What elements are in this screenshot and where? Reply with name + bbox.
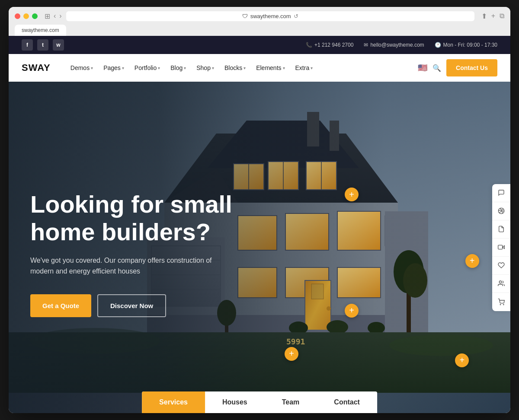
video-icon-btn[interactable] (492, 239, 510, 257)
browser-chrome: ⊞ ‹ › 🛡 swaytheme.com ↺ ⬆ + ⧉ swaytheme.… (9, 7, 510, 36)
chevron-down-icon: ▾ (311, 66, 313, 70)
chevron-down-icon: ▾ (91, 66, 93, 70)
nav-portfolio[interactable]: Portfolio ▾ (130, 61, 164, 75)
nav-blocks[interactable]: Blocks ▾ (220, 61, 250, 75)
twitter-icon[interactable]: t (37, 39, 48, 51)
search-icon[interactable]: 🔍 (432, 64, 441, 72)
contact-button[interactable]: Contact Us (446, 59, 497, 76)
hero-title: Looking for small home builders? (30, 191, 264, 246)
address-bar[interactable]: 🛡 swaytheme.com ↺ (66, 11, 474, 21)
close-button[interactable] (15, 13, 20, 19)
nav-pages[interactable]: Pages ▾ (99, 61, 128, 75)
forward-icon[interactable]: › (59, 12, 61, 20)
svg-point-53 (503, 304, 504, 305)
reload-icon[interactable]: ↺ (294, 13, 298, 19)
new-tab-icon[interactable]: + (491, 12, 495, 20)
nav-elements[interactable]: Elements ▾ (252, 61, 289, 75)
browser-toolbar-icons: ⬆ + ⧉ (481, 12, 504, 20)
browser-tabs: swaytheme.com (15, 25, 504, 36)
browser-window: ⊞ ‹ › 🛡 swaytheme.com ↺ ⬆ + ⧉ swaytheme.… (9, 7, 510, 413)
chevron-down-icon: ▾ (212, 66, 214, 70)
hotspot-marker-4[interactable]: + (285, 347, 298, 361)
dribbble-icon-btn[interactable] (492, 202, 510, 220)
discover-now-button[interactable]: Discover Now (97, 294, 166, 317)
get-quote-button[interactable]: Get a Quote (30, 294, 91, 317)
chevron-down-icon: ▾ (283, 66, 285, 70)
hero-subtitle: We've got you covered. Our company offer… (30, 255, 221, 277)
hero-section: 5991 Looking for small home builders? We… (9, 82, 510, 413)
browser-nav-icons: ⊞ ‹ › (45, 12, 62, 20)
nav-links: Demos ▾ Pages ▾ Portfolio ▾ Blog ▾ Shop (66, 61, 418, 75)
social-links: f t w (22, 39, 64, 51)
phone-info: 📞 +1 212 946 2700 (306, 42, 353, 48)
nav-shop[interactable]: Shop ▾ (192, 61, 218, 75)
users-icon-btn[interactable] (492, 275, 510, 293)
email-icon: ✉ (364, 42, 368, 48)
svg-rect-50 (498, 245, 503, 249)
url-text: swaytheme.com (250, 13, 291, 19)
shield-icon: 🛡 (242, 13, 248, 19)
svg-point-51 (499, 281, 501, 283)
whatsapp-icon[interactable]: w (53, 39, 64, 51)
tab-contact[interactable]: Contact (317, 391, 377, 413)
site-content: f t w 📞 +1 212 946 2700 ✉ hello@swaythem… (9, 36, 510, 413)
active-tab[interactable]: swaytheme.com (15, 25, 66, 36)
chevron-down-icon: ▾ (184, 66, 186, 70)
traffic-lights (15, 13, 38, 19)
nav-blog[interactable]: Blog ▾ (166, 61, 190, 75)
facebook-icon[interactable]: f (22, 39, 33, 51)
share-icon[interactable]: ⬆ (481, 12, 487, 20)
svg-point-52 (500, 304, 500, 305)
nav-extra[interactable]: Extra ▾ (291, 61, 317, 75)
hero-content: Looking for small home builders? We've g… (9, 82, 510, 413)
hours-info: 🕐 Mon - Fri: 09:00 - 17:30 (435, 42, 497, 48)
sidebar-toggle-icon[interactable]: ⊞ (45, 12, 50, 20)
heart-icon-btn[interactable] (492, 257, 510, 275)
site-logo[interactable]: SWAY (22, 62, 51, 73)
hotspot-marker-2[interactable]: + (465, 254, 479, 268)
navbar: SWAY Demos ▾ Pages ▾ Portfolio ▾ Blog ▾ (9, 54, 510, 82)
language-flag[interactable]: 🇺🇸 (418, 63, 427, 73)
email-address: hello@swaytheme.com (370, 42, 424, 48)
chevron-down-icon: ▾ (122, 66, 124, 70)
tab-team[interactable]: Team (265, 391, 317, 413)
tab-houses[interactable]: Houses (205, 391, 265, 413)
document-icon-btn[interactable] (492, 220, 510, 239)
clock-icon: 🕐 (435, 42, 441, 48)
phone-icon: 📞 (306, 42, 312, 48)
browser-titlebar: ⊞ ‹ › 🛡 swaytheme.com ↺ ⬆ + ⧉ (15, 11, 504, 21)
phone-number: +1 212 946 2700 (314, 42, 353, 48)
cart-icon-btn[interactable] (492, 293, 510, 311)
nav-right: 🇺🇸 🔍 Contact Us (418, 59, 497, 76)
maximize-button[interactable] (32, 13, 38, 19)
hours-text: Mon - Fri: 09:00 - 17:30 (443, 42, 497, 48)
back-icon[interactable]: ‹ (54, 12, 56, 20)
svg-marker-49 (503, 246, 505, 249)
tabs-icon[interactable]: ⧉ (500, 12, 504, 20)
tab-services[interactable]: Services (142, 391, 205, 413)
hotspot-marker-3[interactable]: + (345, 304, 359, 318)
email-info: ✉ hello@swaytheme.com (364, 42, 424, 48)
minimize-button[interactable] (23, 13, 29, 19)
chevron-down-icon: ▾ (243, 66, 246, 70)
nav-demos[interactable]: Demos ▾ (66, 61, 97, 75)
chat-icon-btn[interactable] (492, 184, 510, 202)
top-bar: f t w 📞 +1 212 946 2700 ✉ hello@swaythem… (9, 36, 510, 54)
sidebar-tools (492, 184, 510, 311)
hero-buttons: Get a Quote Discover Now (30, 294, 489, 317)
section-tabs: Services Houses Team Contact (142, 391, 377, 413)
chevron-down-icon: ▾ (158, 66, 160, 70)
